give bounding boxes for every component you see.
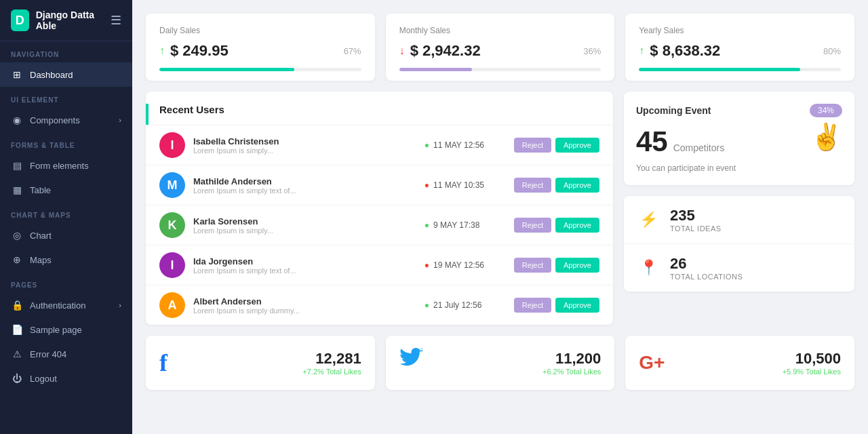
user-info: Mathilde Andersen Lorem Ipsum is simply … — [193, 176, 416, 195]
user-date: ● 11 MAY 10:35 — [425, 180, 506, 190]
approve-button[interactable]: Approve — [555, 258, 599, 273]
user-row: K Karla Sorensen Lorem Ipsum is simply..… — [146, 205, 613, 245]
approve-button[interactable]: Approve — [555, 138, 599, 153]
yearly-sales-card: Yearly Sales ↑ $ 8,638.32 80% — [625, 14, 854, 81]
ideas-icon: ⚡ — [636, 208, 660, 232]
twitter-info: 11,200 +6.2% Total Likes — [435, 350, 601, 376]
sidebar-item-table[interactable]: ▦ Table — [0, 178, 132, 202]
event-title: Upcoming Event — [636, 105, 711, 116]
daily-sales-card: Daily Sales ↑ $ 249.95 67% — [146, 14, 375, 81]
facebook-info: 12,281 +7.2% Total Likes — [178, 350, 361, 376]
daily-sales-progress — [159, 68, 361, 71]
app-logo-icon: D — [11, 9, 29, 31]
facebook-count: 12,281 — [178, 350, 361, 368]
yearly-sales-title: Yearly Sales — [639, 26, 841, 35]
googleplus-info: 10,500 +5.9% Total Likes — [675, 350, 841, 376]
sidebar-item-components[interactable]: ◉ Components › — [0, 108, 132, 132]
main-content: Daily Sales ↑ $ 249.95 67% Monthly Sales… — [132, 0, 868, 434]
monthly-sales-card: Monthly Sales ↓ $ 2,942.32 36% — [386, 14, 615, 81]
user-actions: Reject Approve — [514, 298, 599, 313]
reject-button[interactable]: Reject — [514, 178, 551, 193]
reject-button[interactable]: Reject — [514, 218, 551, 233]
status-dot: ● — [425, 220, 429, 230]
sidebar-item-chart[interactable]: ◎ Chart — [0, 223, 132, 248]
stats-row: Daily Sales ↑ $ 249.95 67% Monthly Sales… — [146, 14, 854, 81]
chevron-right-icon: › — [119, 116, 121, 124]
nav-section-title: NAVIGATION — [0, 41, 132, 62]
googleplus-card: G+ 10,500 +5.9% Total Likes — [625, 336, 854, 390]
recent-users-card: Recent Users I Isabella Christensen Lore… — [146, 92, 613, 325]
sidebar-item-label: Components — [30, 115, 80, 125]
yearly-sales-bar — [639, 68, 800, 71]
user-desc: Lorem Ipsum is simply text of... — [193, 186, 416, 195]
arrow-up-icon: ↑ — [159, 45, 165, 57]
sidebar-item-logout[interactable]: ⏻ Logout — [0, 366, 132, 391]
sidebar: D Django Datta Able ☰ NAVIGATION ⊞ Dashb… — [0, 0, 132, 434]
status-dot: ● — [425, 300, 429, 310]
reject-button[interactable]: Reject — [514, 258, 551, 273]
sidebar-item-error[interactable]: ⚠ Error 404 — [0, 342, 132, 366]
facebook-growth: +7.2% Total Likes — [178, 368, 361, 376]
components-icon: ◉ — [11, 114, 23, 126]
user-name: Albert Andersen — [193, 296, 416, 307]
sidebar-item-label: Form elements — [30, 161, 89, 171]
user-avatar: M — [159, 172, 185, 198]
sidebar-item-label: Error 404 — [30, 349, 66, 359]
maps-icon: ⊕ — [11, 254, 23, 266]
reject-button[interactable]: Reject — [514, 298, 551, 313]
reject-button[interactable]: Reject — [514, 138, 551, 153]
twitter-count: 11,200 — [435, 350, 601, 368]
upcoming-event-card: Upcoming Event 34% 45 Competitors You ca… — [624, 92, 854, 185]
sidebar-item-maps[interactable]: ⊕ Maps — [0, 248, 132, 272]
locations-item: 📍 26 TOTAL LOCATIONS — [624, 244, 854, 292]
sidebar-item-form-elements[interactable]: ▤ Form elements — [0, 153, 132, 178]
user-actions: Reject Approve — [514, 178, 599, 193]
monthly-sales-pct: 36% — [583, 46, 601, 56]
approve-button[interactable]: Approve — [555, 178, 599, 193]
status-dot: ● — [425, 140, 429, 150]
sidebar-item-authentication[interactable]: 🔒 Authentication › — [0, 293, 132, 317]
user-avatar: K — [159, 212, 185, 238]
logout-icon: ⏻ — [11, 372, 23, 384]
yearly-sales-amount: ↑ $ 8,638.32 — [639, 42, 720, 60]
sidebar-item-label: Chart — [30, 231, 52, 241]
social-row: f 12,281 +7.2% Total Likes 11,200 +6.2% … — [146, 336, 854, 390]
yearly-sales-pct: 80% — [823, 46, 841, 56]
ideas-item: ⚡ 235 TOTAL IDEAS — [624, 196, 854, 244]
ideas-number: 235 — [670, 207, 722, 224]
menu-toggle-icon[interactable]: ☰ — [111, 13, 121, 28]
user-rows: I Isabella Christensen Lorem Ipsum is si… — [146, 125, 613, 325]
approve-button[interactable]: Approve — [555, 298, 599, 313]
daily-sales-amount: ↑ $ 249.95 — [159, 42, 229, 60]
user-name: Karla Sorensen — [193, 216, 416, 226]
facebook-icon: f — [159, 349, 167, 377]
locations-label: TOTAL LOCATIONS — [670, 273, 743, 281]
user-date: ● 9 MAY 17:38 — [425, 220, 506, 230]
user-info: Karla Sorensen Lorem Ipsum is simply... — [193, 216, 416, 235]
user-desc: Lorem Ipsum is simply... — [193, 146, 416, 155]
user-desc: Lorem Ipsum is simply dummy... — [193, 307, 416, 315]
daily-sales-bar — [159, 68, 294, 71]
user-avatar: I — [159, 252, 185, 278]
daily-sales-title: Daily Sales — [159, 26, 361, 35]
user-avatar: A — [159, 292, 185, 318]
event-subtitle: Competitors — [673, 142, 724, 153]
ui-element-section-title: UI ELEMENT — [0, 87, 132, 108]
forms-section-title: FORMS & TABLE — [0, 132, 132, 153]
user-desc: Lorem Ipsum is simply... — [193, 226, 416, 235]
approve-button[interactable]: Approve — [555, 218, 599, 233]
twitter-card: 11,200 +6.2% Total Likes — [386, 336, 615, 390]
dashboard-icon: ⊞ — [11, 68, 23, 81]
recent-users-title: Recent Users — [146, 104, 613, 125]
sidebar-item-label: Maps — [30, 255, 52, 265]
event-header: Upcoming Event 34% — [636, 104, 842, 117]
sidebar-item-dashboard[interactable]: ⊞ Dashboard — [0, 62, 132, 87]
sidebar-item-sample[interactable]: 📄 Sample page — [0, 317, 132, 342]
sidebar-item-label: Authentication — [30, 300, 85, 311]
user-date: ● 19 MAY 12:56 — [425, 260, 506, 270]
sidebar-item-label: Sample page — [30, 325, 82, 335]
event-number: 45 Competitors — [636, 125, 736, 158]
pages-section-title: PAGES — [0, 272, 132, 293]
arrow-up-icon: ↑ — [639, 45, 644, 57]
sidebar-item-label: Dashboard — [30, 70, 73, 80]
